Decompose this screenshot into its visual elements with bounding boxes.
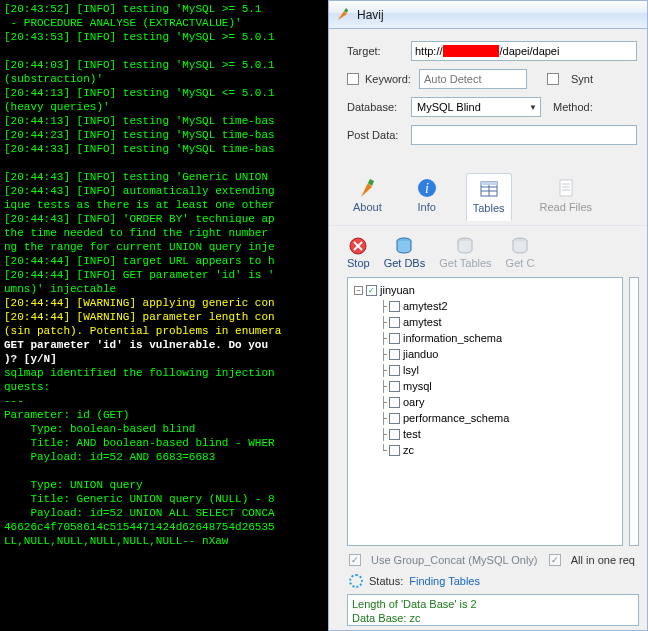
tree-item-label[interactable]: zc [403,444,414,456]
gettables-button[interactable]: Get Tables [439,236,491,269]
keyword-input[interactable] [419,69,527,89]
tree-item-label[interactable]: lsyl [403,364,419,376]
columns-panel [629,277,639,546]
window-titlebar: Havij [329,1,647,29]
postdata-input[interactable] [411,125,637,145]
tree-item-label[interactable]: amytest [403,316,442,328]
havij-window: Havij Target: http:// ________ /dapei/da… [328,0,648,631]
tree-item-checkbox[interactable] [389,429,400,440]
tree-item-checkbox[interactable] [389,445,400,456]
tree-item-checkbox[interactable] [389,333,400,344]
tree-item-label[interactable]: oary [403,396,424,408]
database-tree[interactable]: −✓jinyuan├amytest2├amytest├information_s… [347,277,623,546]
allinone-label: All in one req [571,554,635,566]
tree-item-label[interactable]: jianduo [403,348,438,360]
getcolumns-icon [510,236,530,256]
carrot-icon [335,7,351,23]
tree-item-checkbox[interactable] [389,413,400,424]
about-icon [356,177,378,199]
tree-item-label[interactable]: mysql [403,380,432,392]
info-icon: i [416,177,438,199]
groupconcat-checkbox[interactable]: ✓ [349,554,361,566]
tree-item-label[interactable]: information_schema [403,332,502,344]
syntax-checkbox[interactable] [547,73,559,85]
target-label: Target: [347,45,405,57]
getcolumns-button[interactable]: Get C [506,236,535,269]
tree-item-label[interactable]: test [403,428,421,440]
groupconcat-label: Use Group_Concat (MySQL Only) [371,554,537,566]
window-title: Havij [357,8,384,22]
tables-icon [478,178,500,200]
allinone-checkbox[interactable]: ✓ [549,554,561,566]
tree-item-checkbox[interactable] [389,365,400,376]
target-input[interactable]: http:// ________ /dapei/dapei [411,41,637,61]
main-tabs: About i Info Tables Read Files [329,159,647,225]
tab-about[interactable]: About [347,173,388,221]
syntax-label: Synt [571,73,593,85]
target-form: Target: http:// ________ /dapei/dapei Ke… [329,33,647,159]
tree-item-checkbox[interactable] [389,301,400,312]
sqlmap-terminal: [20:43:52] [INFO] testing 'MySQL >= 5.1 … [0,0,328,631]
status-bar: Status: Finding Tables [329,568,647,592]
tree-root-label[interactable]: jinyuan [380,284,415,296]
tab-tables[interactable]: Tables [466,173,512,221]
tree-item-checkbox[interactable] [389,397,400,408]
keyword-checkbox[interactable] [347,73,359,85]
method-label: Method: [553,101,593,113]
tab-info[interactable]: i Info [410,173,444,221]
root-checkbox[interactable]: ✓ [366,285,377,296]
redacted-url: ________ [443,45,500,57]
getdbs-button[interactable]: Get DBs [384,236,426,269]
database-icon [394,236,414,256]
svg-rect-6 [481,182,497,185]
tree-item-label[interactable]: amytest2 [403,300,448,312]
stop-button[interactable]: Stop [347,236,370,269]
svg-rect-7 [560,180,572,196]
keyword-label: Keyword: [365,73,413,85]
chevron-down-icon: ▼ [529,103,537,112]
tree-item-checkbox[interactable] [389,381,400,392]
readfiles-icon [555,177,577,199]
postdata-label: Post Data: [347,129,405,141]
gettables-icon [455,236,475,256]
database-select[interactable]: MySQL Blind ▼ [411,97,541,117]
tree-item-label[interactable]: performance_schema [403,412,509,424]
output-log: Length of 'Data Base' is 2 Data Base: zc [347,594,639,626]
tab-readfiles[interactable]: Read Files [534,173,599,221]
status-value[interactable]: Finding Tables [409,575,480,587]
collapse-icon[interactable]: − [354,286,363,295]
status-label: Status: [369,575,403,587]
action-toolbar: Stop Get DBs Get Tables Get C [329,225,647,275]
spinner-icon [349,574,363,588]
database-label: Database: [347,101,405,113]
svg-text:i: i [425,181,429,196]
stop-icon [348,236,368,256]
tree-item-checkbox[interactable] [389,349,400,360]
tree-item-checkbox[interactable] [389,317,400,328]
